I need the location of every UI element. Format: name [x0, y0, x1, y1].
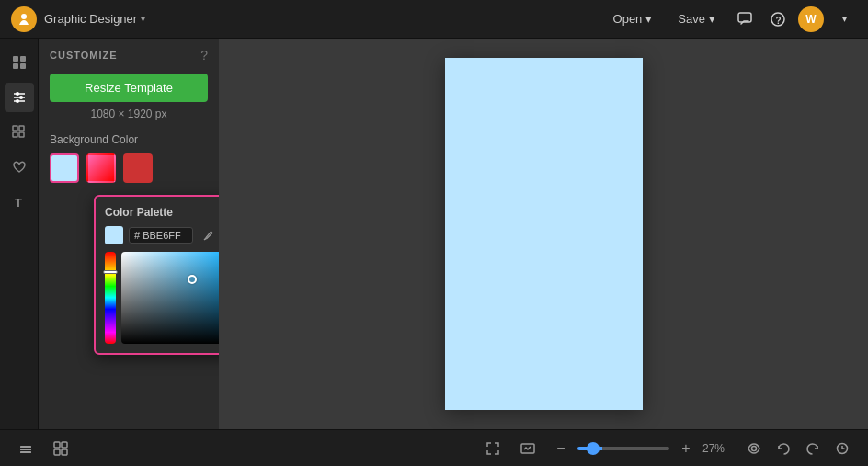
color-swatch-red[interactable]: [123, 153, 153, 183]
svg-line-19: [204, 238, 206, 240]
expand-icon-button[interactable]: [480, 436, 506, 461]
svg-rect-7: [20, 63, 26, 69]
customize-panel: CUSTOMIZE ? Resize Template 1080 × 1920 …: [39, 39, 219, 429]
color-swatch-blue[interactable]: [50, 153, 79, 183]
main-content: T CUSTOMIZE ? Resize Template 1080 × 192…: [0, 39, 868, 429]
chat-icon-button[interactable]: [732, 6, 758, 32]
undo-button[interactable]: [771, 436, 796, 461]
user-avatar[interactable]: W: [798, 6, 824, 32]
svg-rect-6: [13, 63, 18, 69]
palette-title: Color Palette: [105, 206, 219, 219]
hue-handle: [103, 270, 118, 274]
fit-to-screen-button[interactable]: [741, 436, 767, 461]
svg-rect-14: [13, 126, 17, 131]
svg-rect-16: [13, 132, 17, 137]
grid-icon-button[interactable]: [5, 118, 34, 147]
eyedropper-icon-button[interactable]: [199, 226, 217, 244]
svg-rect-24: [20, 449, 31, 450]
canvas-template: [445, 58, 643, 410]
app-title-chevron: ▾: [141, 14, 145, 24]
svg-point-9: [16, 92, 19, 96]
svg-rect-17: [19, 132, 24, 137]
grid-layout-icon-button[interactable]: [48, 436, 74, 461]
history-controls: [741, 436, 855, 461]
zoom-in-button[interactable]: +: [675, 438, 697, 460]
help-icon-button[interactable]: ?: [765, 6, 791, 32]
open-menu-button[interactable]: Open ▾: [604, 8, 662, 29]
color-swatches: [50, 153, 208, 183]
zoom-controls: − + 27%: [550, 438, 732, 460]
user-menu-chevron[interactable]: ▾: [831, 6, 857, 32]
history-icon-button[interactable]: [829, 436, 855, 461]
help-circle-icon[interactable]: ?: [200, 48, 208, 63]
brand-logo: [11, 6, 37, 32]
svg-rect-25: [20, 451, 31, 453]
image-fit-icon-button[interactable]: [515, 436, 541, 461]
color-swatch-gradient[interactable]: [86, 153, 116, 183]
background-color-label: Background Color: [50, 133, 208, 146]
nav-icons: ? W ▾: [732, 6, 857, 32]
templates-icon-button[interactable]: [5, 48, 34, 77]
resize-template-button[interactable]: Resize Template: [50, 74, 208, 102]
svg-rect-5: [20, 56, 26, 62]
canvas-area[interactable]: [219, 39, 868, 429]
svg-rect-15: [19, 126, 24, 131]
zoom-out-button[interactable]: −: [550, 438, 572, 460]
svg-text:T: T: [15, 196, 22, 210]
svg-rect-29: [62, 449, 67, 455]
customize-icon-button[interactable]: [5, 83, 34, 112]
svg-point-11: [19, 96, 23, 99]
palette-tools: [199, 226, 219, 244]
svg-point-13: [16, 99, 19, 103]
zoom-label: 27%: [702, 442, 732, 455]
bottom-bar: − + 27%: [0, 429, 868, 466]
app-title-button[interactable]: Graphic Designer ▾: [44, 12, 145, 26]
svg-rect-4: [13, 56, 18, 62]
color-picker-area: [105, 252, 219, 344]
hex-color-preview: [105, 226, 123, 244]
heart-icon-button[interactable]: [5, 153, 34, 182]
save-menu-button[interactable]: Save ▾: [668, 8, 725, 29]
customize-title: CUSTOMIZE: [50, 50, 118, 61]
svg-rect-28: [54, 449, 60, 455]
app-title-text: Graphic Designer: [44, 12, 137, 26]
svg-rect-26: [54, 442, 60, 448]
redo-button[interactable]: [800, 436, 826, 461]
svg-rect-23: [20, 446, 31, 448]
layers-icon-button[interactable]: [13, 436, 39, 461]
svg-point-0: [21, 14, 27, 19]
dimensions-text: 1080 × 1920 px: [50, 108, 208, 120]
customize-header: CUSTOMIZE ?: [50, 48, 208, 63]
icon-sidebar: T: [0, 39, 39, 429]
svg-rect-27: [62, 442, 67, 448]
color-palette-popup: Color Palette: [94, 195, 219, 355]
sv-handle: [188, 275, 197, 284]
hue-slider[interactable]: [105, 252, 116, 344]
top-navigation: Graphic Designer ▾ Open ▾ Save ▾ ? W ▾: [0, 0, 868, 39]
hex-color-input[interactable]: [129, 227, 193, 244]
text-icon-button[interactable]: T: [5, 188, 34, 217]
sv-picker[interactable]: [121, 252, 219, 344]
svg-text:?: ?: [776, 15, 782, 25]
zoom-slider[interactable]: [577, 447, 669, 450]
palette-hex-row: [105, 226, 219, 244]
svg-point-31: [752, 446, 757, 450]
